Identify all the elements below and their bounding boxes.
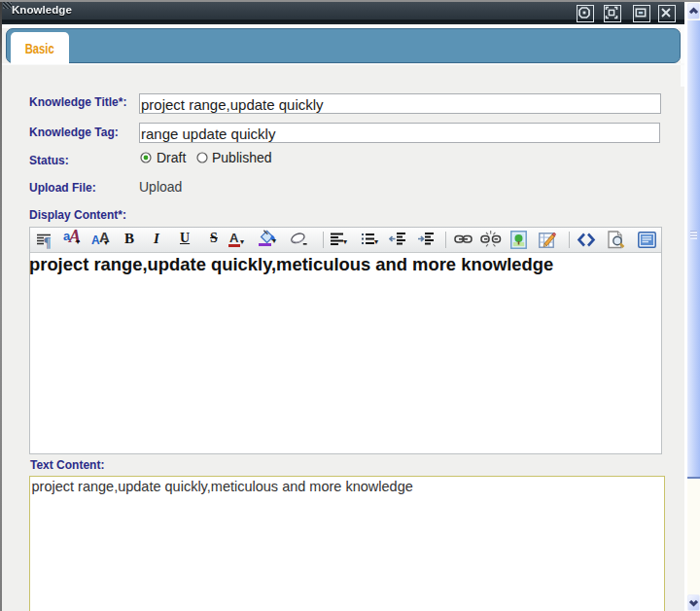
svg-text:¶: ¶ — [44, 234, 52, 249]
